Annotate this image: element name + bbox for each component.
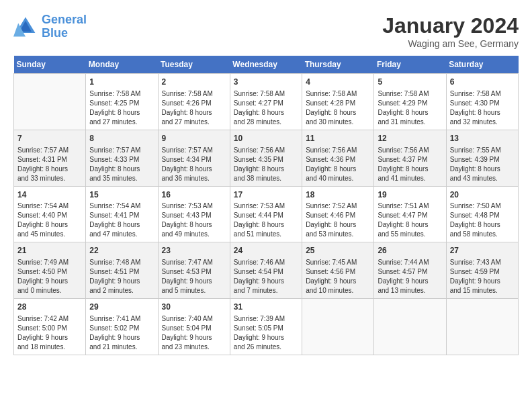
logo-icon: [13, 15, 38, 39]
header-cell-monday: Monday: [86, 56, 158, 74]
day-number: 31: [234, 302, 298, 313]
day-number: 28: [17, 302, 82, 313]
day-number: 14: [17, 189, 82, 201]
day-content: Sunrise: 7:58 AMSunset: 4:26 PMDaylight:…: [162, 89, 226, 127]
day-content: Sunrise: 7:53 AMSunset: 4:43 PMDaylight:…: [162, 201, 226, 239]
day-content: Sunrise: 7:39 AMSunset: 5:05 PMDaylight:…: [234, 314, 298, 352]
calendar-cell: 24Sunrise: 7:46 AMSunset: 4:54 PMDayligh…: [230, 242, 302, 299]
day-number: 19: [378, 189, 442, 201]
page-header: General Blue January 2024 Waging am See,…: [13, 13, 519, 49]
header-cell-tuesday: Tuesday: [158, 56, 230, 74]
calendar-cell: 5Sunrise: 7:58 AMSunset: 4:29 PMDaylight…: [374, 74, 446, 130]
header-cell-sunday: Sunday: [14, 56, 86, 74]
day-number: 25: [306, 245, 370, 257]
calendar-cell: 31Sunrise: 7:39 AMSunset: 5:05 PMDayligh…: [230, 299, 302, 355]
week-row-4: 21Sunrise: 7:49 AMSunset: 4:50 PMDayligh…: [14, 242, 519, 299]
day-number: 18: [306, 189, 370, 201]
day-content: Sunrise: 7:57 AMSunset: 4:33 PMDaylight:…: [89, 146, 154, 183]
day-number: 9: [162, 133, 226, 144]
day-content: Sunrise: 7:45 AMSunset: 4:56 PMDaylight:…: [306, 258, 370, 295]
day-content: Sunrise: 7:58 AMSunset: 4:28 PMDaylight:…: [306, 89, 370, 127]
calendar-cell: [446, 299, 518, 355]
calendar-header: SundayMondayTuesdayWednesdayThursdayFrid…: [14, 56, 519, 74]
calendar-body: 1Sunrise: 7:58 AMSunset: 4:25 PMDaylight…: [14, 74, 519, 355]
calendar-cell: 3Sunrise: 7:58 AMSunset: 4:27 PMDaylight…: [230, 74, 302, 130]
day-number: 26: [378, 245, 442, 257]
calendar-cell: 29Sunrise: 7:41 AMSunset: 5:02 PMDayligh…: [86, 299, 158, 355]
logo: General Blue: [13, 13, 87, 40]
calendar-cell: 4Sunrise: 7:58 AMSunset: 4:28 PMDaylight…: [302, 74, 374, 130]
week-row-1: 1Sunrise: 7:58 AMSunset: 4:25 PMDaylight…: [14, 74, 519, 130]
day-number: 15: [89, 189, 154, 201]
calendar-cell: 26Sunrise: 7:44 AMSunset: 4:57 PMDayligh…: [374, 242, 446, 299]
day-content: Sunrise: 7:56 AMSunset: 4:35 PMDaylight:…: [234, 146, 298, 183]
calendar-cell: 17Sunrise: 7:53 AMSunset: 4:44 PMDayligh…: [230, 186, 302, 242]
calendar-cell: 10Sunrise: 7:56 AMSunset: 4:35 PMDayligh…: [230, 130, 302, 186]
day-content: Sunrise: 7:44 AMSunset: 4:57 PMDaylight:…: [378, 258, 442, 295]
day-content: Sunrise: 7:55 AMSunset: 4:39 PMDaylight:…: [450, 146, 515, 183]
calendar-cell: 25Sunrise: 7:45 AMSunset: 4:56 PMDayligh…: [302, 242, 374, 299]
day-number: 6: [450, 77, 515, 88]
calendar-cell: 11Sunrise: 7:56 AMSunset: 4:36 PMDayligh…: [302, 130, 374, 186]
calendar-cell: 22Sunrise: 7:48 AMSunset: 4:51 PMDayligh…: [86, 242, 158, 299]
day-number: 8: [89, 133, 154, 144]
calendar-cell: 16Sunrise: 7:53 AMSunset: 4:43 PMDayligh…: [158, 186, 230, 242]
week-row-5: 28Sunrise: 7:42 AMSunset: 5:00 PMDayligh…: [14, 299, 519, 355]
calendar-cell: 30Sunrise: 7:40 AMSunset: 5:04 PMDayligh…: [158, 299, 230, 355]
calendar-cell: 23Sunrise: 7:47 AMSunset: 4:53 PMDayligh…: [158, 242, 230, 299]
calendar-cell: 14Sunrise: 7:54 AMSunset: 4:40 PMDayligh…: [14, 186, 86, 242]
header-row: SundayMondayTuesdayWednesdayThursdayFrid…: [14, 56, 519, 74]
calendar-cell: 13Sunrise: 7:55 AMSunset: 4:39 PMDayligh…: [446, 130, 518, 186]
calendar-cell: [374, 299, 446, 355]
month-title: January 2024: [382, 13, 519, 38]
day-content: Sunrise: 7:42 AMSunset: 5:00 PMDaylight:…: [17, 314, 82, 352]
day-number: 27: [450, 245, 515, 257]
calendar-cell: 19Sunrise: 7:51 AMSunset: 4:47 PMDayligh…: [374, 186, 446, 242]
calendar-cell: 6Sunrise: 7:58 AMSunset: 4:30 PMDaylight…: [446, 74, 518, 130]
location: Waging am See, Germany: [382, 38, 519, 49]
day-number: 2: [162, 77, 226, 88]
day-content: Sunrise: 7:58 AMSunset: 4:30 PMDaylight:…: [450, 89, 515, 127]
day-content: Sunrise: 7:57 AMSunset: 4:34 PMDaylight:…: [162, 146, 226, 183]
calendar-cell: 15Sunrise: 7:54 AMSunset: 4:41 PMDayligh…: [86, 186, 158, 242]
calendar-cell: 2Sunrise: 7:58 AMSunset: 4:26 PMDaylight…: [158, 74, 230, 130]
day-number: 4: [306, 77, 370, 88]
calendar-table: SundayMondayTuesdayWednesdayThursdayFrid…: [13, 56, 519, 355]
day-number: 3: [234, 77, 298, 88]
logo-line1: General: [42, 13, 87, 26]
day-number: 22: [89, 245, 154, 257]
calendar-cell: 12Sunrise: 7:56 AMSunset: 4:37 PMDayligh…: [374, 130, 446, 186]
day-number: 7: [17, 133, 82, 144]
header-cell-wednesday: Wednesday: [230, 56, 302, 74]
day-content: Sunrise: 7:43 AMSunset: 4:59 PMDaylight:…: [450, 258, 515, 295]
day-content: Sunrise: 7:56 AMSunset: 4:36 PMDaylight:…: [306, 146, 370, 183]
day-content: Sunrise: 7:48 AMSunset: 4:51 PMDaylight:…: [89, 258, 154, 295]
day-content: Sunrise: 7:49 AMSunset: 4:50 PMDaylight:…: [17, 258, 82, 295]
day-content: Sunrise: 7:54 AMSunset: 4:41 PMDaylight:…: [89, 201, 154, 239]
day-number: 5: [378, 77, 442, 88]
day-content: Sunrise: 7:58 AMSunset: 4:27 PMDaylight:…: [234, 89, 298, 127]
calendar-cell: 7Sunrise: 7:57 AMSunset: 4:31 PMDaylight…: [14, 130, 86, 186]
calendar-cell: 21Sunrise: 7:49 AMSunset: 4:50 PMDayligh…: [14, 242, 86, 299]
header-cell-thursday: Thursday: [302, 56, 374, 74]
calendar-cell: [14, 74, 86, 130]
header-cell-saturday: Saturday: [446, 56, 518, 74]
day-number: 20: [450, 189, 515, 201]
day-content: Sunrise: 7:58 AMSunset: 4:29 PMDaylight:…: [378, 89, 442, 127]
calendar-cell: 27Sunrise: 7:43 AMSunset: 4:59 PMDayligh…: [446, 242, 518, 299]
calendar-cell: 28Sunrise: 7:42 AMSunset: 5:00 PMDayligh…: [14, 299, 86, 355]
day-content: Sunrise: 7:57 AMSunset: 4:31 PMDaylight:…: [17, 146, 82, 183]
day-number: 24: [234, 245, 298, 257]
day-number: 23: [162, 245, 226, 257]
header-cell-friday: Friday: [374, 56, 446, 74]
day-number: 13: [450, 133, 515, 144]
day-content: Sunrise: 7:53 AMSunset: 4:44 PMDaylight:…: [234, 201, 298, 239]
day-number: 10: [234, 133, 298, 144]
calendar-cell: 1Sunrise: 7:58 AMSunset: 4:25 PMDaylight…: [86, 74, 158, 130]
calendar-cell: 20Sunrise: 7:50 AMSunset: 4:48 PMDayligh…: [446, 186, 518, 242]
day-content: Sunrise: 7:58 AMSunset: 4:25 PMDaylight:…: [89, 89, 154, 127]
title-block: January 2024 Waging am See, Germany: [382, 13, 519, 49]
week-row-3: 14Sunrise: 7:54 AMSunset: 4:40 PMDayligh…: [14, 186, 519, 242]
day-number: 30: [162, 302, 226, 313]
day-number: 21: [17, 245, 82, 257]
